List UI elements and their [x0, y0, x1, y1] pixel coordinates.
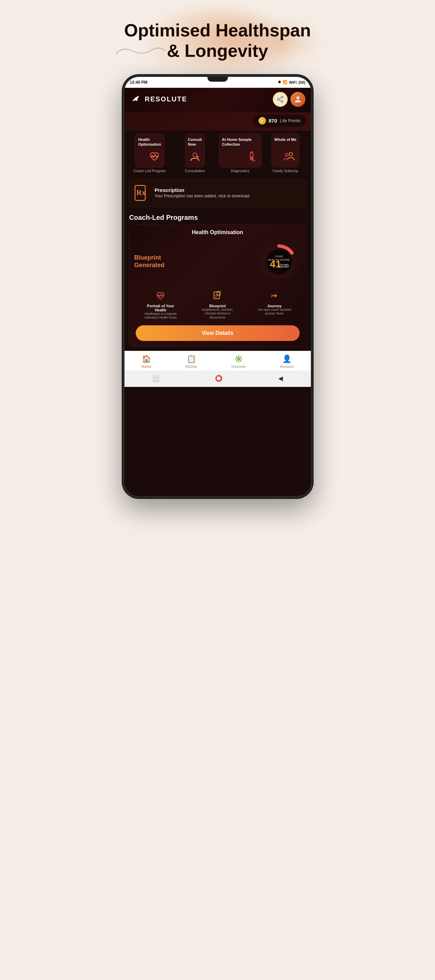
- action-label-4: Family Subscrip: [273, 169, 298, 173]
- share-icon-button[interactable]: [273, 92, 288, 107]
- program-features: Portrait of Your Health Healthspan & Lon…: [129, 288, 306, 324]
- feature-name-journey: Journey: [267, 304, 282, 308]
- home-icon: 🏠: [142, 355, 151, 363]
- status-bar: 12:40 PM ✱ 📶 WiFi [56]: [124, 77, 311, 88]
- phone-mockup: 12:40 PM ✱ 📶 WiFi [56] RESOLUTE: [122, 75, 313, 498]
- user-avatar-button[interactable]: [291, 92, 305, 107]
- bluetooth-icon: ✱: [278, 80, 281, 84]
- page-title: Optimised Healthspan & Longevity: [102, 21, 333, 61]
- status-icons: ✱ 📶 WiFi [56]: [278, 80, 305, 84]
- app-logo-text: RESOLUTE: [145, 95, 187, 103]
- svg-point-11: [252, 159, 256, 162]
- android-home-button[interactable]: ⭕: [215, 375, 222, 382]
- journey-icon: [270, 291, 279, 302]
- action-title-2: ConsultNow: [188, 137, 202, 147]
- battery-icon: [56]: [298, 80, 305, 84]
- health-score-circle: YOUR HEALTH SCORE 41 /100: [257, 240, 301, 284]
- program-card-header: Health Optimisation: [129, 224, 306, 237]
- svg-point-12: [285, 153, 288, 156]
- svg-line-4: [279, 98, 281, 99]
- view-details-button[interactable]: View Details: [136, 325, 300, 341]
- feature-name-blueprint: Blueprint: [209, 304, 225, 308]
- feature-desc-portrait: Healthspan & Longevity Indicators Health…: [143, 312, 178, 320]
- svg-point-6: [193, 153, 197, 157]
- notch: [208, 77, 228, 82]
- feature-desc-blueprint: Supplements, Nutrition, Lifestyle Mindse…: [200, 308, 234, 320]
- android-nav-bar: ⬜ ⭕ ◀: [124, 371, 311, 387]
- prescription-title: Prescription: [155, 187, 251, 193]
- signal-icon: 📶: [283, 80, 287, 84]
- android-back-button[interactable]: ◀: [278, 375, 283, 382]
- action-icon-1: [147, 150, 162, 164]
- svg-point-0: [281, 96, 283, 98]
- action-title-1: HealthOptimisation: [138, 137, 161, 147]
- blueprint-label: Blueprint Generated: [134, 254, 165, 269]
- life-points-badge: ● 870 Life Points: [254, 115, 305, 127]
- feature-portrait: Portrait of Your Health Healthspan & Lon…: [143, 291, 178, 320]
- feature-journey: Journey 100 days coach assisted journey …: [257, 291, 292, 320]
- action-whole-of-me[interactable]: Whole of Me Family Subscrip: [264, 134, 307, 173]
- nav-home[interactable]: 🏠 Home: [141, 355, 151, 369]
- logo-bird-icon: [130, 93, 142, 105]
- action-title-4: Whole of Me: [275, 137, 297, 142]
- action-consult-now[interactable]: ConsultNow Consultation: [174, 134, 216, 173]
- header-section: Optimised Healthspan & Longevity: [102, 14, 333, 75]
- feature-blueprint: Blueprint Supplements, Nutrition, Lifest…: [200, 291, 234, 320]
- discover-icon: ✳️: [234, 355, 243, 363]
- action-label-3: Diagnostics: [231, 169, 249, 173]
- program-card-body: Blueprint Generated: [129, 237, 306, 286]
- logo-area: RESOLUTE: [130, 93, 187, 105]
- svg-point-2: [281, 100, 283, 102]
- nav-label-account: Account: [280, 364, 294, 369]
- page-wrapper: Optimised Healthspan & Longevity 12:40 P…: [102, 14, 333, 498]
- programs-section-title: Coach-Led Programs: [124, 210, 311, 224]
- prescription-description: Your Prescription has been added, click …: [155, 194, 251, 198]
- android-square-button[interactable]: ⬜: [152, 375, 159, 382]
- action-label-1: Coach Led Program: [134, 169, 166, 173]
- feature-desc-journey: 100 days coach assisted journey Tasks: [257, 308, 292, 316]
- action-icon-2: [187, 150, 202, 164]
- header-action-icons: [273, 92, 305, 107]
- nav-label-home: Home: [141, 364, 151, 369]
- program-card-health-optimisation[interactable]: Health Optimisation Blueprint Generated: [129, 224, 307, 347]
- app-header: RESOLUTE: [124, 88, 311, 112]
- health-score-circle-wrap: YOUR HEALTH SCORE 41 /100: [257, 240, 301, 284]
- program-card-title: Health Optimisation: [192, 229, 243, 235]
- prescription-banner[interactable]: Rx Prescription Your Prescription has be…: [129, 179, 307, 207]
- svg-text:YOUR: YOUR: [275, 255, 283, 258]
- action-icon-3: [244, 150, 259, 164]
- svg-text:Rx: Rx: [137, 188, 146, 197]
- nav-label-myday: MyDay: [186, 364, 197, 369]
- life-points-bar: ● 870 Life Points: [124, 112, 311, 130]
- life-points-label: Life Points: [280, 118, 301, 123]
- svg-point-1: [277, 98, 279, 100]
- bottom-nav: 🏠 Home 📋 MyDay ✳️ Discover 👤 Account: [124, 351, 311, 371]
- prescription-text: Prescription Your Prescription has been …: [155, 187, 251, 198]
- nav-label-discover: Discover: [231, 364, 246, 369]
- action-icon-4: [282, 150, 297, 164]
- feature-name-portrait: Portrait of Your Health: [143, 304, 178, 312]
- svg-line-3: [279, 100, 281, 101]
- nav-account[interactable]: 👤 Account: [280, 355, 294, 369]
- nav-myday[interactable]: 📋 MyDay: [186, 355, 197, 369]
- svg-point-7: [197, 156, 198, 158]
- wifi-icon: WiFi: [289, 80, 297, 84]
- action-title-3: At Home Sample Collection: [222, 137, 259, 147]
- nav-discover[interactable]: ✳️ Discover: [231, 355, 246, 369]
- action-home-sample[interactable]: At Home Sample Collection Diagnostics: [219, 134, 262, 173]
- svg-point-13: [289, 153, 292, 156]
- app-content: RESOLUTE: [124, 88, 311, 496]
- blueprint-icon: [213, 291, 222, 302]
- portrait-icon: [156, 291, 165, 302]
- life-points-value: 870: [269, 118, 277, 124]
- svg-point-5: [296, 96, 299, 99]
- action-label-2: Consultation: [185, 169, 205, 173]
- coin-icon: ●: [259, 117, 266, 124]
- svg-text:/100: /100: [279, 263, 288, 269]
- svg-rect-9: [251, 156, 253, 160]
- account-icon: 👤: [282, 355, 292, 363]
- myday-icon: 📋: [187, 355, 196, 363]
- prescription-icon: Rx: [134, 184, 150, 202]
- quick-actions-grid: HealthOptimisation Coach Led Program Co: [124, 130, 311, 176]
- action-health-optimisation[interactable]: HealthOptimisation Coach Led Program: [129, 134, 171, 173]
